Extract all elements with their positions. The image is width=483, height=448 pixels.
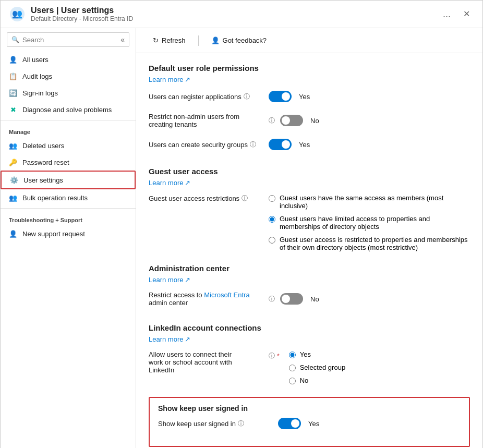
guest-access-radio-restricted[interactable] xyxy=(269,237,275,244)
guest-access-option-limited[interactable]: Guest users have limited access to prope… xyxy=(269,215,470,231)
nav-user-settings[interactable]: ⚙️ User settings xyxy=(1,171,136,189)
default-user-role-learn-more[interactable]: Learn more ↗ xyxy=(149,76,190,83)
restrict-tenants-value: No xyxy=(310,117,319,125)
external-link-icon-1: ↗ xyxy=(185,76,190,83)
external-link-icon-2: ↗ xyxy=(185,179,190,187)
support-label: Troubleshooting + Support xyxy=(1,211,136,225)
security-groups-label: Users can create security groups ⓘ xyxy=(149,140,263,149)
nav-divider-1 xyxy=(1,120,136,120)
password-reset-icon: 🔑 xyxy=(9,158,17,166)
admin-center-title: Administration center xyxy=(149,264,470,273)
nav-bulk-ops[interactable]: 👥 Bulk operation results xyxy=(1,189,136,206)
restrict-tenants-info-icon[interactable]: ⓘ xyxy=(269,116,275,125)
linkedin-section: LinkedIn account connections Learn more … xyxy=(149,323,470,384)
toolbar-separator xyxy=(198,35,199,46)
title-bar: 👥 Users | User settings Default Director… xyxy=(1,1,482,28)
linkedin-radio-no[interactable] xyxy=(289,378,296,384)
linkedin-info-icon[interactable]: ⓘ xyxy=(269,352,275,360)
nav-sign-in-logs[interactable]: 🔄 Sign-in logs xyxy=(1,84,136,101)
register-apps-row: Users can register applications ⓘ Yes xyxy=(149,91,470,106)
nav-new-support[interactable]: 👤 New support request xyxy=(1,225,136,242)
guest-access-option-same[interactable]: Guest users have the same access as memb… xyxy=(269,194,470,210)
register-apps-label: Users can register applications ⓘ xyxy=(149,92,263,101)
feedback-button[interactable]: 👤 Got feedback? xyxy=(205,33,273,47)
security-groups-toggle[interactable] xyxy=(269,139,292,150)
security-groups-row: Users can create security groups ⓘ Yes xyxy=(149,139,470,154)
nav-all-users[interactable]: 👤 All users xyxy=(1,51,136,68)
nav-label-sign-in-logs: Sign-in logs xyxy=(22,89,58,97)
main-window: 👥 Users | User settings Default Director… xyxy=(0,0,483,448)
admin-center-learn-more[interactable]: Learn more ↗ xyxy=(149,276,190,284)
external-link-icon-4: ↗ xyxy=(185,335,190,343)
search-box[interactable]: 🔍 « xyxy=(7,32,129,47)
nav-deleted-users[interactable]: 👥 Deleted users xyxy=(1,137,136,154)
linkedin-radio-yes[interactable] xyxy=(289,352,296,358)
guest-access-option-restricted[interactable]: Guest user access is restricted to prope… xyxy=(269,236,470,251)
nav-label-deleted-users: Deleted users xyxy=(22,142,64,150)
bulk-ops-icon: 👥 xyxy=(9,193,17,202)
audit-logs-icon: 📋 xyxy=(9,72,17,80)
keep-signed-in-value: Yes xyxy=(308,420,319,428)
register-apps-info-icon[interactable]: ⓘ xyxy=(244,92,250,101)
nav-password-reset[interactable]: 🔑 Password reset xyxy=(1,154,136,171)
keep-signed-in-toggle[interactable] xyxy=(278,418,301,429)
sign-in-logs-icon: 🔄 xyxy=(9,89,17,97)
guest-access-label: Guest user access restrictions ⓘ xyxy=(149,194,263,203)
guest-access-radio-group: Guest users have the same access as memb… xyxy=(269,194,470,251)
security-groups-info-icon[interactable]: ⓘ xyxy=(250,140,256,149)
more-button[interactable]: ... xyxy=(439,7,455,22)
collapse-button[interactable]: « xyxy=(120,35,125,44)
keep-signed-in-info-icon[interactable]: ⓘ xyxy=(238,419,244,428)
nav-label-bulk-ops: Bulk operation results xyxy=(22,194,88,202)
nav-label-password-reset: Password reset xyxy=(22,159,69,166)
guest-user-access-section: Guest user access Learn more ↗ Guest use… xyxy=(149,167,470,251)
guest-access-radio-limited[interactable] xyxy=(269,216,275,223)
nav-label-all-users: All users xyxy=(22,56,49,64)
restrict-tenants-toggle[interactable] xyxy=(280,115,303,126)
linkedin-option-no[interactable]: No xyxy=(289,377,470,384)
refresh-label: Refresh xyxy=(162,37,186,44)
guest-access-info-icon[interactable]: ⓘ xyxy=(242,194,248,203)
manage-label: Manage xyxy=(1,123,136,137)
search-input[interactable] xyxy=(22,36,117,44)
title-actions: ... ✕ xyxy=(439,7,474,22)
app-icon: 👥 xyxy=(9,6,26,22)
security-groups-value: Yes xyxy=(299,141,310,149)
nav-label-audit-logs: Audit logs xyxy=(22,72,52,80)
refresh-button[interactable]: ↻ Refresh xyxy=(147,33,192,47)
window-subtitle: Default Directory - Microsoft Entra ID xyxy=(31,15,439,22)
linkedin-row: Allow users to connect their work or sch… xyxy=(149,350,470,384)
linkedin-option-yes[interactable]: Yes xyxy=(289,350,470,358)
restrict-entra-label: Restrict access to Microsoft Entra admin… xyxy=(149,291,263,307)
diagnose-icon: ✖ xyxy=(9,105,17,114)
main-content: ↻ Refresh 👤 Got feedback? Default user r… xyxy=(136,28,482,448)
feedback-label: Got feedback? xyxy=(223,37,267,44)
new-support-icon: 👤 xyxy=(9,229,17,238)
linkedin-learn-more[interactable]: Learn more ↗ xyxy=(149,335,190,343)
guest-user-access-learn-more[interactable]: Learn more ↗ xyxy=(149,179,190,187)
linkedin-radio-group: Yes Selected group No xyxy=(289,350,470,384)
restrict-entra-toggle[interactable] xyxy=(280,293,303,305)
settings-content: Default user role permissions Learn more… xyxy=(136,53,482,448)
refresh-icon: ↻ xyxy=(153,37,159,44)
keep-signed-in-row: Show keep user signed in ⓘ Yes xyxy=(158,418,461,433)
restrict-entra-info-icon[interactable]: ⓘ xyxy=(269,295,275,304)
guest-access-restrictions-row: Guest user access restrictions ⓘ Guest u… xyxy=(149,194,470,251)
all-users-icon: 👤 xyxy=(9,55,17,64)
external-link-icon-3: ↗ xyxy=(185,276,190,284)
default-user-role-section: Default user role permissions Learn more… xyxy=(149,64,470,154)
restrict-entra-row: Restrict access to Microsoft Entra admin… xyxy=(149,291,470,311)
register-apps-toggle[interactable] xyxy=(269,91,292,102)
linkedin-title: LinkedIn account connections xyxy=(149,323,470,332)
close-button[interactable]: ✕ xyxy=(459,8,474,20)
title-text: Users | User settings Default Directory … xyxy=(31,6,439,22)
linkedin-option-selected-group[interactable]: Selected group xyxy=(289,364,470,371)
nav-audit-logs[interactable]: 📋 Audit logs xyxy=(1,68,136,84)
guest-access-radio-same[interactable] xyxy=(269,195,275,202)
linkedin-radio-selected-group[interactable] xyxy=(289,365,296,371)
keep-signed-in-title: Show keep user signed in xyxy=(158,404,461,413)
nav-diagnose[interactable]: ✖ Diagnose and solve problems xyxy=(1,101,136,118)
keep-signed-in-section: Show keep user signed in Show keep user … xyxy=(149,397,470,447)
feedback-icon: 👤 xyxy=(211,37,220,44)
register-apps-value: Yes xyxy=(299,93,310,101)
